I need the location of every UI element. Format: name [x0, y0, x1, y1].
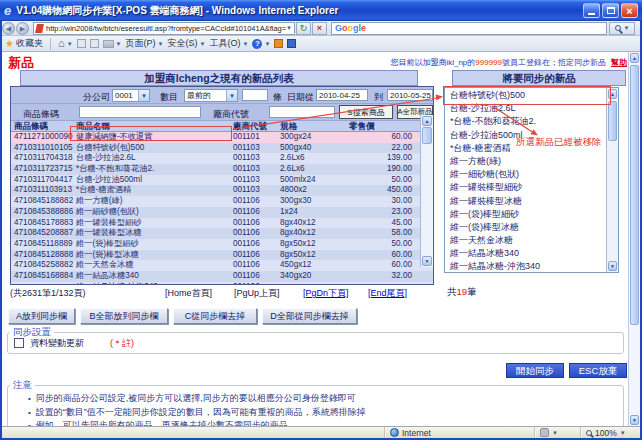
table-row[interactable]: 4710311704318 台糖-沙拉油2.6L 001103 2.6Lx6 1… — [11, 153, 433, 164]
cell-name: 維一罐裝棒型細砂 — [73, 218, 230, 229]
pgup-button[interactable]: [PgUp上頁] — [234, 287, 280, 300]
minimize-button[interactable] — [583, 3, 600, 18]
feeds-icon[interactable] — [77, 39, 86, 48]
table-row[interactable]: 4710845178883 維一罐裝棒型細砂 001106 8gx40x12 4… — [11, 218, 433, 229]
cell-barcode: 4710311103913 — [11, 185, 73, 196]
sync-list[interactable]: 台糖特號砂(包)500 台糖-沙拉油2.6L *台糖-不飽和葵花油2. 台糖-沙… — [444, 87, 619, 273]
table-row[interactable]: 4710845188882 維一方糖(綠) 001106 300gx30 30.… — [11, 196, 433, 207]
messenger-icon[interactable] — [274, 39, 283, 48]
list-scroll-thumb[interactable] — [608, 101, 617, 141]
sync-list-item[interactable]: 維一罐裝棒型細砂 — [445, 181, 606, 194]
esc-cancel-button[interactable]: ESC放棄 — [569, 363, 627, 378]
table-scroll-up-icon[interactable]: ▲ — [422, 116, 432, 126]
forward-icon: ▶ — [20, 25, 25, 32]
address-url[interactable]: http://win2008/tw/btch/eseresultl.asp?fr… — [46, 24, 286, 33]
cell-vendor: 001106 — [230, 218, 277, 229]
date-from-label: 日期從 — [287, 91, 314, 104]
help-menu[interactable]: ? ▼ — [252, 39, 270, 49]
safety-menu[interactable]: 安全(S) ▼ — [167, 37, 205, 50]
search-box[interactable]: Google — [331, 22, 607, 35]
branch-select[interactable]: 0001 ▼ — [112, 89, 150, 102]
ie-logo-icon: e — [4, 3, 11, 18]
barcode-input[interactable] — [79, 106, 201, 118]
zoom-dropdown-icon[interactable]: ▼ — [620, 430, 626, 436]
home-dropdown-icon[interactable]: ▼ — [67, 41, 73, 47]
table-row[interactable]: 4710311010105 台糖特號砂(包)500 001103 500gx40… — [11, 143, 433, 154]
protected-mode-dropdown-icon[interactable]: ▼ — [552, 430, 558, 436]
scroll-thumb[interactable] — [630, 65, 639, 325]
annotation-removed-note: 所選新品已經被移除 — [516, 136, 602, 149]
table-row[interactable]: 4710845168884 維一結晶冰糖340 001106 340gx20 3… — [11, 271, 433, 282]
date-to-input[interactable]: 2010-05-25 — [387, 89, 433, 101]
maximize-button[interactable] — [602, 3, 619, 18]
help-link[interactable]: 幫助 — [611, 58, 627, 67]
sync-list-item[interactable]: 維一罐裝棒型冰糖 — [445, 195, 606, 208]
sync-list-item[interactable]: *台糖-不飽和葵花油2. — [445, 115, 606, 128]
refresh-button[interactable]: ↻ — [296, 22, 311, 35]
close-button[interactable]: × — [621, 3, 638, 18]
table-row[interactable]: 4710845258882 維一天然金冰糖 001106 450gx12 60.… — [11, 260, 433, 271]
home-button[interactable]: ⌂ ▼ — [58, 38, 73, 49]
table-row[interactable]: 4710311723715 *台糖-不飽和葵花油2. 001103 2.6Lx6… — [11, 164, 433, 175]
address-dropdown-icon[interactable]: ▼ — [286, 25, 292, 31]
employee-number: 999999 — [475, 58, 502, 67]
add-to-sync-button[interactable]: A放到同步欄 — [8, 308, 75, 324]
cell-name: *台糖-糖蜜酒精 — [73, 185, 230, 196]
home-page-button[interactable]: [Home首頁] — [165, 287, 212, 300]
table-scrollbar[interactable]: ▲ ▼ — [420, 115, 433, 267]
add-all-to-sync-button[interactable]: B全部放到同步欄 — [80, 308, 168, 324]
protected-mode-pane[interactable]: ▼ — [534, 427, 580, 438]
forward-button[interactable]: ▶ — [16, 22, 29, 35]
search-products-button[interactable]: S搜索商品 — [339, 105, 393, 119]
cell-spec: 500gx40 — [277, 143, 346, 154]
branch-select-dropdown-icon[interactable]: ▼ — [138, 90, 149, 101]
back-button[interactable]: ◀ — [2, 22, 15, 35]
scroll-up-icon[interactable]: ▲ — [630, 53, 639, 63]
rows-count-input[interactable] — [242, 89, 268, 101]
table-row[interactable]: 4710311704417 台糖-沙拉油500ml 001103 500mlx2… — [11, 175, 433, 186]
search-go-button[interactable]: ▼ — [609, 22, 635, 35]
zoom-control[interactable]: 100% ▼ — [580, 427, 642, 438]
sync-list-scrollbar[interactable]: ▲ ▼ — [606, 88, 618, 272]
list-scroll-down-icon[interactable]: ▼ — [608, 261, 617, 271]
print-dropdown-icon[interactable]: ▼ — [116, 41, 122, 47]
table-scroll-thumb[interactable] — [422, 127, 432, 144]
end-page-link[interactable]: [End尾頁] — [368, 287, 407, 300]
table-row[interactable]: 4710845128888 維一(袋)棒型冰糖 001106 8gx50x12 … — [11, 250, 433, 261]
stop-button[interactable]: × — [312, 22, 327, 35]
count-select-dropdown-icon[interactable]: ▼ — [226, 90, 237, 101]
table-row[interactable]: 4710311103913 *台糖-糖蜜酒精 001103 4800x2 450… — [11, 185, 433, 196]
sync-list-item[interactable]: 維一結晶冰糖-沖泡340 — [445, 260, 606, 272]
address-bar[interactable]: http://win2008/tw/btch/eseresultl.asp?fr… — [33, 22, 295, 35]
tools-menu[interactable]: 工具(O) ▼ — [209, 37, 248, 50]
sync-list-item[interactable]: 維一結晶冰糖340 — [445, 247, 606, 260]
table-row[interactable]: 4710845118889 維一(袋)棒型細砂 001106 8gx50x12 … — [11, 239, 433, 250]
remove-all-from-sync-button[interactable]: D全部從同步欄去掉 — [262, 308, 357, 324]
count-select[interactable]: 最前的 ▼ — [184, 89, 238, 102]
table-row[interactable]: 4710845388886 維一細砂糖(包狀) 001106 1x24 23.0… — [11, 207, 433, 218]
sync-list-item[interactable]: 維一天然金冰糖 — [445, 234, 606, 247]
table-row[interactable]: 4710845208887 維一罐裝棒型冰糖 001106 8gx40x12 5… — [11, 228, 433, 239]
scroll-down-icon[interactable]: ▼ — [630, 415, 639, 425]
sync-list-item[interactable]: 維一(袋)棒型細砂 — [445, 208, 606, 221]
sync-list-item[interactable]: 維一(袋)棒型冰糖 — [445, 221, 606, 234]
mail-icon[interactable] — [90, 39, 99, 48]
table-row[interactable]: 維一結晶冰糖-沖泡340 001106 — [11, 282, 433, 284]
vendor-input[interactable] — [269, 106, 335, 118]
vertical-scrollbar[interactable]: ▲ ▼ — [628, 52, 640, 426]
record-count-summary: (共2631筆1/132頁) — [10, 287, 86, 300]
print-button[interactable]: ▼ — [103, 40, 122, 48]
date-from-input[interactable]: 2010-04-25 — [316, 89, 368, 101]
remove-from-sync-button[interactable]: C從同步欄去掉 — [173, 308, 257, 324]
sync-list-item[interactable]: 維一方糖(綠) — [445, 155, 606, 168]
pgdn-link[interactable]: [PgDn下頁] — [303, 287, 349, 300]
search-dropdown-icon[interactable]: ▼ — [624, 25, 630, 31]
sync-list-item[interactable]: 維一細砂糖(包狀) — [445, 168, 606, 181]
research-icon[interactable] — [287, 39, 296, 48]
favorites-button[interactable]: ★ 收藏夹 — [5, 37, 43, 50]
table-scroll-down-icon[interactable]: ▼ — [422, 256, 432, 266]
start-sync-button[interactable]: 開始同步 — [506, 363, 564, 378]
page-menu[interactable]: 页面(P) ▼ — [126, 37, 164, 50]
data-change-checkbox[interactable] — [14, 338, 24, 348]
window-titlebar[interactable]: e V1.04購物網同步作業[X-POS 雲端商務網] - Windows In… — [0, 0, 642, 21]
